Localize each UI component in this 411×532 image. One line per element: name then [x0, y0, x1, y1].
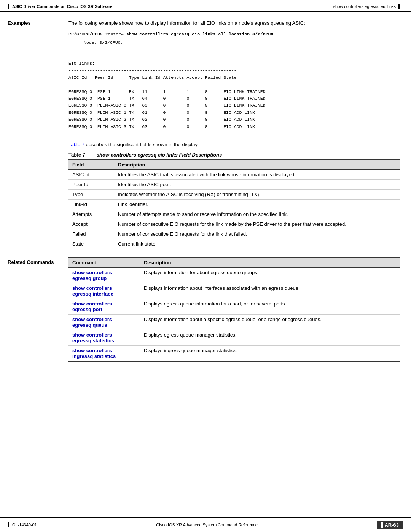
- code-eio-label: EIO links:: [68, 60, 400, 67]
- code-row-3: EGRESSQ_0 PLIM-ASIC_0 TX 60 0 0 0 EIO_LI…: [68, 102, 400, 109]
- field-table-row: FailedNumber of consecutive EIO requests…: [68, 229, 400, 239]
- code-row-2: EGRESSQ_0 PSE_1 TX 64 0 0 0 EIO_LINK_TRA…: [68, 95, 400, 102]
- related-table-row: show controllersingressq statisticsDispl…: [68, 346, 400, 362]
- field-name-cell: Attempts: [68, 209, 114, 219]
- main-content: Examples The following example shows how…: [0, 12, 411, 369]
- field-description-cell: Indicates whether the AISC is receiving …: [114, 190, 400, 200]
- related-description-cell: Displays information about a specific eg…: [140, 315, 400, 330]
- field-table-row: StateCurrent link state.: [68, 239, 400, 249]
- code-block: RP/0/RP0/CPU0:router# show controllers e…: [68, 31, 400, 130]
- field-table-row: ASIC IdIdentifies the ASIC that is assoc…: [68, 170, 400, 180]
- related-commands-section: Related Commands Command Description sho…: [8, 257, 400, 362]
- field-name-cell: Failed: [68, 229, 114, 239]
- page-footer: OL-14340-01 Cisco IOS XR Advanced System…: [0, 517, 411, 532]
- command-col-header: Command: [68, 257, 140, 268]
- footer-center: Cisco IOS XR Advanced System Command Ref…: [156, 522, 258, 527]
- page-header: ASIC Driver Commands on Cisco IOS XR Sof…: [0, 0, 411, 12]
- field-description-cell: Number of attempts made to send or recei…: [114, 209, 400, 219]
- code-row-1: EGRESSQ_0 PSE_1 RX 11 1 1 0 EIO_LINK_TRA…: [68, 88, 400, 95]
- footer-doc-id: OL-14340-01: [12, 522, 37, 527]
- field-table-row: AcceptNumber of consecutive EIO requests…: [68, 219, 400, 229]
- related-commands-label: Related Commands: [8, 257, 68, 362]
- related-command-cell: show controllersegressq group: [68, 268, 140, 283]
- related-table-row: show controllersegressq portDisplays egr…: [68, 299, 400, 315]
- field-table-row: AttemptsNumber of attempts made to send …: [68, 209, 400, 219]
- field-description-table: Field Description ASIC IdIdentifies the …: [68, 159, 400, 249]
- field-description-cell: Number of consecutive EIO requests for t…: [114, 229, 400, 239]
- footer-right-bar: [381, 522, 383, 528]
- table-ref-link[interactable]: Table 7: [68, 142, 84, 147]
- related-description-cell: Displays information for about egress qu…: [140, 268, 400, 283]
- related-command-link[interactable]: show controllersingressq statistics: [72, 348, 116, 359]
- related-table-row: show controllersegressq groupDisplays in…: [68, 268, 400, 283]
- field-name-cell: Type: [68, 190, 114, 200]
- examples-intro: The following example shows how to displ…: [68, 19, 400, 27]
- code-sep3: ----------------------------------------…: [68, 81, 400, 88]
- related-command-link[interactable]: show controllersegressq group: [72, 270, 112, 281]
- field-name-cell: Accept: [68, 219, 114, 229]
- table-caption-title: show controllers egressq eio links Field…: [97, 152, 222, 158]
- field-table-row: Peer IdIdentifies the ASIC peer.: [68, 180, 400, 190]
- header-left-text: ASIC Driver Commands on Cisco IOS XR Sof…: [12, 4, 112, 9]
- header-left: ASIC Driver Commands on Cisco IOS XR Sof…: [8, 4, 112, 9]
- field-table-header-row: Field Description: [68, 160, 400, 170]
- related-description-cell: Displays egress queue manager statistics…: [140, 330, 400, 346]
- footer-right: AR-63: [377, 521, 403, 529]
- command-line: RP/0/RP0/CPU0:router# show controllers e…: [68, 31, 400, 38]
- code-row-6: EGRESSQ_0 PLIM-ASIC_3 TX 63 0 0 0 EIO_AD…: [68, 123, 400, 130]
- field-description-cell: Number of consecutive EIO requests for t…: [114, 219, 400, 229]
- related-command-link[interactable]: show controllersegressq port: [72, 301, 112, 312]
- related-command-cell: show controllersegressq interface: [68, 283, 140, 299]
- related-command-link[interactable]: show controllersegressq queue: [72, 316, 112, 328]
- related-command-cell: show controllersegressq port: [68, 299, 140, 315]
- related-desc-col-header: Description: [140, 257, 400, 268]
- cmd-bold: show controllers egressq eio links all l…: [126, 32, 273, 37]
- code-row-5: EGRESSQ_0 PLIM-ASIC_2 TX 62 0 0 0 EIO_AD…: [68, 116, 400, 123]
- field-name-cell: Link-Id: [68, 200, 114, 209]
- footer-page-number: AR-63: [384, 522, 399, 528]
- field-description-cell: Current link state.: [114, 239, 400, 249]
- field-table-row: TypeIndicates whether the AISC is receiv…: [68, 190, 400, 200]
- related-description-cell: Displays information about interfaces as…: [140, 283, 400, 299]
- related-table-row: show controllersegressq queueDisplays in…: [68, 315, 400, 330]
- field-col-header: Field: [68, 160, 114, 170]
- header-right: show controllers egressq eio links: [333, 4, 400, 9]
- field-name-cell: State: [68, 239, 114, 249]
- related-description-cell: Displays egress queue information for a …: [140, 299, 400, 315]
- code-sep2: ----------------------------------------…: [68, 67, 400, 74]
- field-description-cell: Identifies the ASIC peer.: [114, 180, 400, 190]
- table-ref-after: describes the significant fields shown i…: [84, 142, 199, 147]
- field-name-cell: Peer Id: [68, 180, 114, 190]
- footer-left-bar: [8, 522, 9, 527]
- header-right-text: show controllers egressq eio links: [333, 4, 396, 9]
- related-command-cell: show controllersegressq queue: [68, 315, 140, 330]
- code-output-node: Node: 0/2/CPU0:: [84, 39, 400, 46]
- related-commands-table: Command Description show controllersegre…: [68, 257, 400, 362]
- related-command-cell: show controllersingressq statistics: [68, 346, 140, 362]
- related-table-row: show controllersegressq statisticsDispla…: [68, 330, 400, 346]
- related-command-cell: show controllersegressq statistics: [68, 330, 140, 346]
- related-command-link[interactable]: show controllersegressq interface: [72, 285, 113, 297]
- description-col-header: Description: [114, 160, 400, 170]
- table-number: Table 7: [68, 152, 85, 158]
- header-right-bar: [398, 4, 400, 9]
- cmd-prefix: RP/0/RP0/CPU0:router#: [68, 32, 124, 37]
- table-ref-line: Table 7 describes the significant fields…: [68, 141, 400, 149]
- related-table-header-row: Command Description: [68, 257, 400, 268]
- code-row-4: EGRESSQ_0 PLIM-ASIC_1 TX 61 0 0 0 EIO_AD…: [68, 109, 400, 116]
- examples-body: The following example shows how to displ…: [68, 19, 400, 133]
- examples-label: Examples: [8, 19, 68, 133]
- examples-section: Examples The following example shows how…: [8, 19, 400, 133]
- related-description-cell: Displays ingress queue manager statistic…: [140, 346, 400, 362]
- related-command-link[interactable]: show controllersegressq statistics: [72, 332, 114, 343]
- field-description-cell: Identifies the ASIC that is associated w…: [114, 170, 400, 180]
- related-table-row: show controllersegressq interfaceDisplay…: [68, 283, 400, 299]
- code-col-header: ASIC Id Peer Id Type Link-Id Attempts Ac…: [68, 74, 400, 81]
- header-left-bar: [8, 4, 9, 9]
- field-name-cell: ASIC Id: [68, 170, 114, 180]
- table-caption-row: Table 7 show controllers egressq eio lin…: [68, 152, 400, 158]
- code-sep1: ----------------------------------------: [68, 46, 400, 53]
- field-description-cell: Link identifier.: [114, 200, 400, 209]
- field-table-row: Link-IdLink identifier.: [68, 200, 400, 209]
- footer-left: OL-14340-01: [8, 522, 37, 527]
